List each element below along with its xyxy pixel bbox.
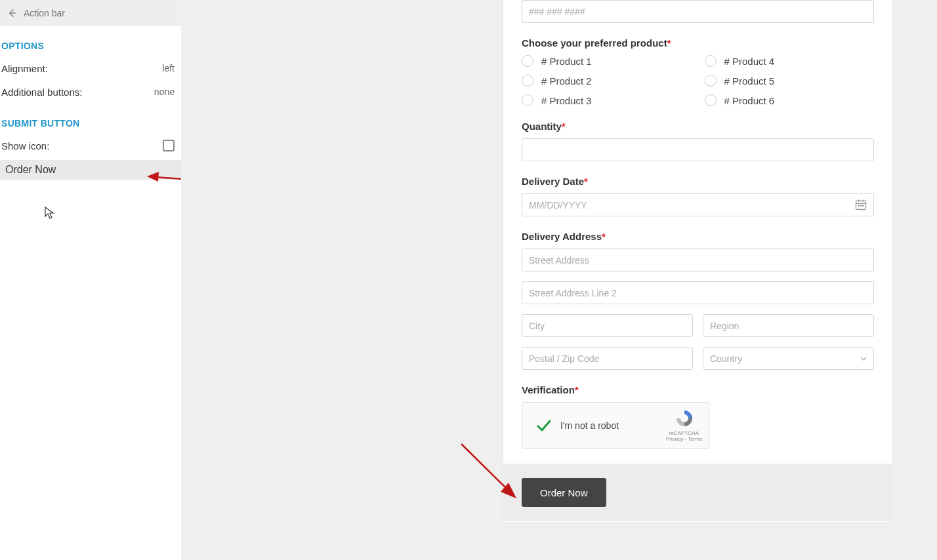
radio-icon[interactable] [705,55,717,67]
product-option[interactable]: # Product 4 [705,55,875,67]
form-action-bar: Order Now [503,464,892,521]
delivery-date-label: Delivery Date* [522,176,874,187]
section-options-title: OPTIONS [1,26,181,56]
verification-field-group: Verification* I'm not a robot reCAPTCHA … [522,384,874,449]
delivery-address-label: Delivery Address* [522,231,874,242]
quantity-input[interactable] [522,138,874,161]
alignment-value: left [162,63,175,73]
svg-point-6 [858,205,859,206]
quantity-field-group: Quantity* [522,121,874,161]
calendar-icon[interactable] [854,198,869,212]
chevron-down-icon [860,355,867,362]
alignment-label: Alignment: [1,63,48,74]
verification-label: Verification* [522,384,874,395]
show-icon-checkbox[interactable] [163,140,175,151]
editor-canvas: Choose your preferred product* # Product… [181,0,937,560]
recaptcha-icon [675,409,694,428]
delivery-date-input[interactable] [522,193,874,216]
product-label: Choose your preferred product* [522,37,874,49]
settings-sidebar: Action bar OPTIONS Alignment: left Addit… [0,0,181,560]
back-arrow-icon[interactable] [7,8,17,18]
checkmark-icon [535,418,551,433]
sidebar-header: Action bar [0,0,181,26]
product-option[interactable]: # Product 6 [705,94,875,106]
quantity-label: Quantity* [522,121,874,132]
additional-buttons-value: none [154,87,175,97]
additional-buttons-label: Additional buttons: [1,87,82,98]
radio-icon[interactable] [705,75,717,87]
product-option[interactable]: # Product 2 [522,75,692,87]
phone-field-group [522,0,874,23]
product-field-group: Choose your preferred product* # Product… [522,37,874,106]
delivery-address-field-group: Delivery Address* Country [522,231,874,370]
recaptcha-widget[interactable]: I'm not a robot reCAPTCHA Privacy - Term… [522,402,709,449]
address-region-input[interactable] [703,314,874,337]
svg-point-7 [860,205,861,206]
additional-buttons-row[interactable]: Additional buttons: none [0,80,181,104]
captcha-label: I'm not a robot [560,420,657,431]
section-submit-title: SUBMIT BUTTON [1,104,181,134]
product-option[interactable]: # Product 3 [522,94,692,106]
product-option[interactable]: # Product 1 [522,55,692,67]
radio-icon[interactable] [522,55,533,67]
radio-icon[interactable] [705,94,717,106]
address-street2-input[interactable] [522,281,874,304]
delivery-date-field-group: Delivery Date* [522,176,874,216]
product-option[interactable]: # Product 5 [705,75,875,87]
sidebar-title: Action bar [24,8,65,18]
product-radio-grid: # Product 1 # Product 4 # Product 2 # Pr… [522,55,874,106]
submit-button-text-input[interactable] [5,164,176,176]
address-postal-input[interactable] [522,347,693,370]
show-icon-label: Show icon: [1,140,49,151]
alignment-row[interactable]: Alignment: left [0,56,181,80]
svg-point-8 [863,205,864,206]
form-panel: Choose your preferred product* # Product… [503,0,892,522]
radio-icon[interactable] [522,94,533,106]
phone-input[interactable] [522,0,874,23]
captcha-branding: reCAPTCHA Privacy - Terms [666,409,702,443]
address-country-select[interactable]: Country [703,347,874,370]
submit-button-text-row [0,160,181,180]
address-street-input[interactable] [522,249,874,271]
radio-icon[interactable] [522,75,533,87]
submit-button[interactable]: Order Now [522,478,606,507]
show-icon-row: Show icon: [0,134,181,157]
address-city-input[interactable] [522,314,693,337]
